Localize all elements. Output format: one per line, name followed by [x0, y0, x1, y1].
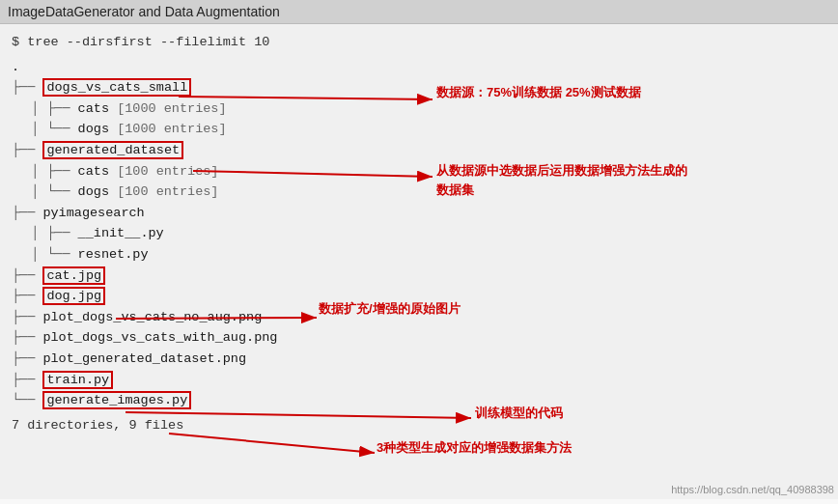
tree-item-train-py: ├── train.py: [12, 370, 826, 391]
tree-item-dogs-1000: │ └── dogs [1000 entries]: [12, 119, 826, 140]
window-title: ImageDataGenerator and Data Augmentation: [8, 4, 280, 19]
footer-text: 7 directories, 9 files: [12, 418, 183, 433]
annotation-3: 数据扩充/增强的原始图片: [319, 300, 461, 318]
content-area: $ tree --dirsfirst --filelimit 10 . ├── …: [0, 24, 838, 499]
tree-root: .: [12, 57, 826, 78]
watermark: https://blog.csdn.net/qq_40988398: [671, 484, 834, 495]
tree-item-cats-1000: │ ├── cats [1000 entries]: [12, 98, 826, 120]
svg-line-4: [169, 434, 375, 453]
annotation-5: 3种类型生成对应的增强数据集方法: [377, 439, 572, 457]
title-bar: ImageDataGenerator and Data Augmentation: [0, 0, 838, 24]
prompt-line: $ tree --dirsfirst --filelimit 10: [12, 32, 826, 53]
tree-item-plot-with-aug: ├── plot_dogs_vs_cats_with_aug.png: [12, 327, 826, 349]
tree-item-dogs-vs-cats-small: ├── dogs_vs_cats_small: [12, 77, 826, 98]
tree-item-generated-dataset: ├── generated_dataset: [12, 140, 826, 161]
annotation-4: 训练模型的代码: [475, 405, 563, 422]
highlighted-generate-images-py: generate_images.py: [42, 391, 191, 409]
prompt-text: $ tree --dirsfirst --filelimit 10: [12, 35, 269, 49]
annotation-1: 数据源：75%训练数据 25%测试数据: [436, 84, 641, 101]
tree-item-plot-generated: ├── plot_generated_dataset.png: [12, 349, 826, 370]
tree-item-cat-jpg: ├── cat.jpg: [12, 266, 826, 287]
tree-item-resnet-py: │ └── resnet.py: [12, 244, 826, 266]
tree-item-generate-images-py: └── generate_images.py: [12, 390, 826, 411]
footer-line: 7 directories, 9 files: [12, 415, 826, 436]
highlighted-cat-jpg: cat.jpg: [42, 266, 105, 285]
tree-item-cats-100: │ ├── cats [100 entries]: [12, 161, 826, 182]
tree-item-dogs-100: │ └── dogs [100 entries]: [12, 182, 826, 203]
annotation-2: 从数据源中选数据后运用数据增强方法生成的数据集: [436, 161, 687, 199]
highlighted-dogs-vs-cats-small: dogs_vs_cats_small: [42, 78, 191, 97]
highlighted-train-py: train.py: [42, 371, 113, 389]
tree-item-init-py: │ ├── __init__.py: [12, 223, 826, 244]
tree-item-pyimagesearch: ├── pyimagesearch: [12, 203, 826, 224]
highlighted-dog-jpg: dog.jpg: [42, 287, 105, 305]
highlighted-generated-dataset: generated_dataset: [42, 141, 183, 159]
